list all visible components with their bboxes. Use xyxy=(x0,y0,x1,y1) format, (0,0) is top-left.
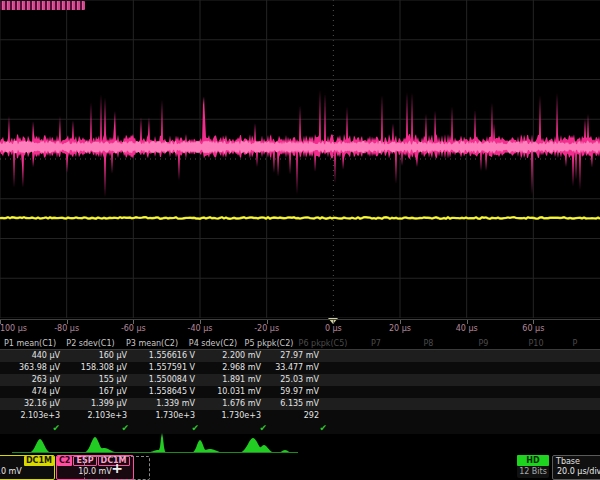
axis-tick xyxy=(533,320,534,324)
p5-header[interactable]: P5 pkpk(C2) xyxy=(243,338,295,349)
axis-tick-label: 60 µs xyxy=(522,324,544,333)
axis-baseline xyxy=(0,319,600,320)
max-cell: 1.558645 V xyxy=(133,386,201,398)
mean-cell: 158.308 µV xyxy=(66,362,133,374)
measure-header-row: P1 mean(C1) P2 sdev(C1) P3 mean(C2) P4 s… xyxy=(0,338,600,350)
num-cell: 2.103e+3 xyxy=(66,410,133,422)
axis-tick-label: -100 µs xyxy=(0,324,27,333)
tbase-label: Tbase xyxy=(553,456,600,466)
descriptor-bar: DC1M 50.0 mV C2 ESP DC1M 10.0 mV + HD 12… xyxy=(0,455,600,480)
num-cell: 1.730e+3 xyxy=(133,410,201,422)
p9-header[interactable]: P9 xyxy=(456,338,511,349)
value-cell: 440 µV xyxy=(0,350,66,362)
axis-tick-label: -60 µs xyxy=(121,324,146,333)
tbase-value: 20.0 µs/div xyxy=(553,467,600,476)
p3-header[interactable]: P3 mean(C2) xyxy=(121,338,183,349)
axis-tick xyxy=(333,320,334,324)
axis-tick xyxy=(400,320,401,324)
axis-tick xyxy=(200,320,201,324)
waveform-grid[interactable] xyxy=(0,0,600,318)
min-cell: 1.891 mV xyxy=(201,374,267,386)
max-cell: 10.031 mV xyxy=(201,386,267,398)
value-cell: 1.556616 V xyxy=(133,350,201,362)
axis-tick-label: -80 µs xyxy=(54,324,79,333)
axis-tick xyxy=(267,320,268,324)
min-cell: 263 µV xyxy=(0,374,66,386)
sdev-cell: 1.399 µV xyxy=(66,398,133,410)
add-trace-button[interactable]: + xyxy=(84,456,150,480)
c2-channel-tag: C2 xyxy=(57,456,72,466)
histicon-p5[interactable] xyxy=(239,438,299,453)
num-cell: 292 xyxy=(267,410,325,422)
hd-badge: HD xyxy=(517,455,549,466)
value-cell: 160 µV xyxy=(66,350,133,362)
num-cell: 2.103e+3 xyxy=(0,410,66,422)
histicon-strip[interactable] xyxy=(0,432,600,454)
timebase-descriptor[interactable]: Tbase 20.0 µs/div xyxy=(552,455,600,480)
min-cell: 155 µV xyxy=(66,374,133,386)
axis-tick xyxy=(467,320,468,324)
histicon-p2[interactable] xyxy=(81,437,118,453)
c2-trace-annotation xyxy=(0,1,85,10)
time-axis: -100 µs-80 µs-60 µs-40 µs-20 µs0 µs20 µs… xyxy=(0,318,600,338)
mean-cell: 2.968 mV xyxy=(201,362,267,374)
p1-header[interactable]: P1 mean(C1) xyxy=(0,338,60,349)
mean-cell: 1.557591 V xyxy=(133,362,201,374)
p11-header-clipped: P xyxy=(561,338,589,349)
measure-row-sdev: 32.16 µV 1.399 µV 1.339 mV 1.676 mV 6.13… xyxy=(0,398,600,410)
measure-row-value: 440 µV 160 µV 1.556616 V 2.200 mV 27.97 … xyxy=(0,350,600,362)
histicon-baseline xyxy=(12,452,298,453)
value-cell: 2.200 mV xyxy=(201,350,267,362)
mean-cell: 33.477 mV xyxy=(267,362,325,374)
axis-tick-label: -40 µs xyxy=(188,324,213,333)
sdev-cell: 1.676 mV xyxy=(201,398,267,410)
axis-tick xyxy=(133,320,134,324)
max-cell: 59.97 mV xyxy=(267,386,325,398)
measure-row-num: 2.103e+3 2.103e+3 1.730e+3 1.730e+3 292 xyxy=(0,410,600,422)
c1-scale-value: 50.0 mV xyxy=(0,467,54,476)
num-cell: 1.730e+3 xyxy=(201,410,267,422)
max-cell: 167 µV xyxy=(66,386,133,398)
histicon-p1[interactable] xyxy=(26,439,54,453)
trace-layer xyxy=(0,0,600,318)
max-cell: 474 µV xyxy=(0,386,66,398)
axis-tick-label: -20 µs xyxy=(254,324,279,333)
c1-coupling-tag: DC1M xyxy=(24,456,54,466)
axis-tick xyxy=(0,320,1,324)
min-cell: 25.03 mV xyxy=(267,374,325,386)
value-cell: 27.97 mV xyxy=(267,350,325,362)
p4-header[interactable]: P4 sdev(C2) xyxy=(183,338,243,349)
measure-row-max: 474 µV 167 µV 1.558645 V 10.031 mV 59.97… xyxy=(0,386,600,398)
axis-tick xyxy=(67,320,68,324)
p7-header[interactable]: P7 xyxy=(351,338,401,349)
measure-row-mean: 363.98 µV 158.308 µV 1.557591 V 2.968 mV… xyxy=(0,362,600,374)
axis-tick-label: 40 µs xyxy=(456,324,478,333)
plus-icon: + xyxy=(111,460,123,476)
axis-tick-label: 0 µs xyxy=(325,324,342,333)
measurement-table: P1 mean(C1) P2 sdev(C1) P3 mean(C2) P4 s… xyxy=(0,338,600,434)
min-cell: 1.550084 V xyxy=(133,374,201,386)
hd-bits-label: 12 Bits xyxy=(517,466,549,477)
sdev-cell: 6.135 mV xyxy=(267,398,325,410)
axis-tick-label: 20 µs xyxy=(389,324,411,333)
hd-mode-indicator[interactable]: HD 12 Bits xyxy=(517,455,549,478)
oscilloscope-screen: -100 µs-80 µs-60 µs-40 µs-20 µs0 µs20 µs… xyxy=(0,0,600,480)
histicon-p3[interactable] xyxy=(144,433,176,453)
measure-row-min: 263 µV 155 µV 1.550084 V 1.891 mV 25.03 … xyxy=(0,374,600,386)
p6-header[interactable]: P6 pkpk(C5) xyxy=(295,338,351,349)
p2-header[interactable]: P2 sdev(C1) xyxy=(60,338,121,349)
mean-cell: 363.98 µV xyxy=(0,362,66,374)
sdev-cell: 32.16 µV xyxy=(0,398,66,410)
p10-header[interactable]: P10 xyxy=(511,338,561,349)
sdev-cell: 1.339 mV xyxy=(133,398,201,410)
p8-header[interactable]: P8 xyxy=(401,338,456,349)
c1-channel-descriptor[interactable]: DC1M 50.0 mV xyxy=(0,455,55,480)
